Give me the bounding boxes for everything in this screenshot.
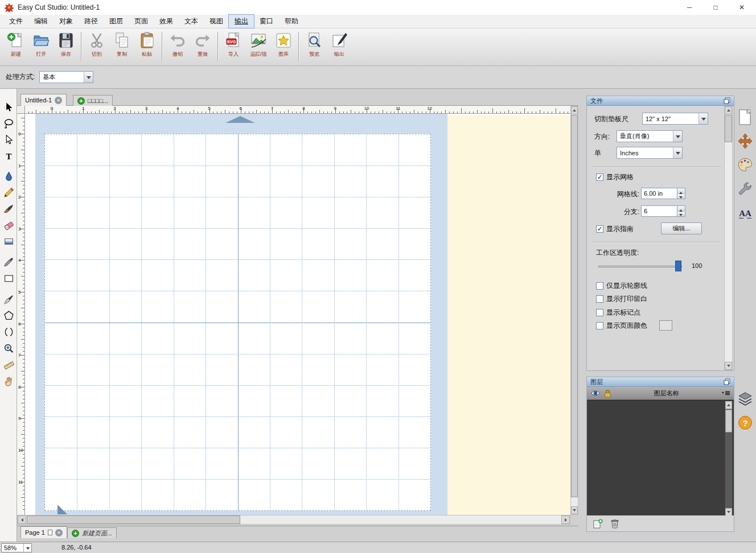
show-page-color-checkbox[interactable] bbox=[596, 322, 603, 329]
brush-tool[interactable] bbox=[1, 201, 16, 216]
gradient-tool[interactable] bbox=[1, 234, 16, 249]
page-color-swatch[interactable] bbox=[659, 320, 672, 331]
zoom-level-select[interactable]: 58% bbox=[1, 543, 32, 552]
grid-lines-spinner[interactable] bbox=[677, 188, 685, 199]
mat-size-select[interactable]: 12" x 12" bbox=[642, 113, 708, 125]
menu-file[interactable]: 文件 bbox=[3, 15, 28, 28]
fill-tool[interactable] bbox=[1, 169, 16, 184]
vertical-scroll-thumb[interactable] bbox=[571, 115, 578, 497]
document-tab-untitled[interactable]: Untitled-1 ✕ bbox=[20, 94, 67, 106]
layers-scrollbar[interactable] bbox=[725, 401, 733, 516]
measure-tool[interactable] bbox=[1, 357, 16, 372]
grid-lines-input[interactable]: 6.00 in bbox=[641, 188, 677, 199]
spin-down-icon[interactable] bbox=[677, 212, 685, 217]
help-button[interactable]: ? bbox=[736, 414, 754, 432]
output-button[interactable]: 输出 bbox=[327, 30, 352, 63]
move-panel-button[interactable] bbox=[736, 132, 754, 150]
menu-window[interactable]: 窗口 bbox=[254, 15, 279, 28]
spin-up-icon[interactable] bbox=[677, 206, 685, 212]
add-layer-icon[interactable] bbox=[593, 518, 603, 529]
subdivisions-spinner[interactable] bbox=[677, 205, 685, 217]
cut-button[interactable]: 切割 bbox=[84, 30, 109, 63]
close-tab-icon[interactable]: ✕ bbox=[55, 97, 62, 104]
direct-select-tool[interactable] bbox=[1, 132, 16, 147]
close-page-tab-icon[interactable]: ✕ bbox=[55, 529, 63, 537]
subdivisions-input[interactable]: 6 bbox=[641, 205, 677, 217]
pencil-tool[interactable] bbox=[1, 185, 16, 200]
show-guides-checkbox[interactable] bbox=[596, 225, 603, 233]
orientation-select[interactable]: 垂直(肖像) bbox=[617, 130, 683, 142]
show-outlines-checkbox[interactable] bbox=[596, 282, 603, 290]
spin-down-icon[interactable] bbox=[677, 194, 685, 199]
scroll-up-icon[interactable] bbox=[725, 401, 732, 409]
polygon-tool[interactable] bbox=[1, 308, 16, 323]
visibility-eye-icon[interactable] bbox=[590, 389, 601, 397]
open-button[interactable]: 打开 bbox=[28, 30, 54, 63]
layers-scroll-thumb[interactable] bbox=[725, 410, 732, 432]
eraser-tool[interactable] bbox=[1, 217, 16, 232]
maximize-button[interactable]: □ bbox=[702, 0, 729, 15]
save-button[interactable]: 保存 bbox=[54, 30, 79, 63]
lasso-tool[interactable] bbox=[1, 116, 16, 131]
horizontal-scroll-thumb[interactable] bbox=[27, 515, 240, 524]
new-document-tab[interactable]: + □□□□... bbox=[73, 95, 113, 106]
redo-button[interactable]: 重做 bbox=[190, 30, 215, 63]
workspace-alpha-slider[interactable] bbox=[598, 266, 682, 267]
import-button[interactable]: SVG 导入 bbox=[221, 30, 246, 63]
rectangle-tool[interactable] bbox=[1, 271, 16, 286]
scroll-down-icon[interactable] bbox=[725, 508, 732, 516]
scroll-left-icon[interactable] bbox=[18, 515, 26, 524]
knife-tool[interactable] bbox=[1, 292, 16, 307]
menu-layer[interactable]: 图层 bbox=[104, 15, 129, 28]
color-panel-button[interactable] bbox=[736, 156, 754, 174]
scroll-up-icon[interactable] bbox=[571, 106, 578, 114]
paste-button[interactable]: 粘贴 bbox=[134, 30, 159, 63]
eyedropper-tool[interactable] bbox=[1, 254, 16, 269]
minimize-button[interactable]: ─ bbox=[676, 0, 702, 15]
arc-tool[interactable] bbox=[1, 324, 16, 339]
layers-menu-icon[interactable] bbox=[721, 390, 730, 397]
text-tool[interactable]: T bbox=[1, 148, 16, 163]
menu-text[interactable]: 文本 bbox=[179, 15, 204, 28]
scroll-up-icon[interactable] bbox=[725, 106, 732, 114]
show-print-margins-checkbox[interactable] bbox=[596, 295, 603, 303]
menu-object[interactable]: 对象 bbox=[54, 15, 79, 28]
library-button[interactable]: 图库 bbox=[271, 30, 296, 63]
workspace-alpha-slider-thumb[interactable] bbox=[675, 261, 681, 271]
scroll-down-icon[interactable] bbox=[725, 362, 732, 370]
layers-list[interactable] bbox=[587, 400, 734, 515]
scroll-down-icon[interactable] bbox=[571, 506, 578, 514]
lock-icon[interactable] bbox=[604, 389, 611, 398]
trace-button[interactable]: 追踪/描 bbox=[246, 30, 271, 63]
menu-edit[interactable]: 编辑 bbox=[28, 15, 54, 28]
preview-button[interactable]: 预览 bbox=[302, 30, 327, 63]
menu-output[interactable]: 输出 bbox=[229, 15, 254, 28]
copy-button[interactable]: 复制 bbox=[109, 30, 134, 63]
pan-tool[interactable] bbox=[1, 374, 16, 389]
undo-button[interactable]: 撤销 bbox=[165, 30, 190, 63]
processing-mode-select[interactable]: 基本 bbox=[39, 71, 93, 83]
zoom-tool[interactable] bbox=[1, 341, 16, 356]
menu-help[interactable]: 帮助 bbox=[279, 15, 304, 28]
detach-panel-icon[interactable] bbox=[724, 378, 730, 385]
spin-up-icon[interactable] bbox=[677, 188, 685, 194]
fonts-panel-button[interactable]: AA bbox=[736, 204, 754, 222]
file-panel-scrollbar[interactable] bbox=[724, 106, 733, 370]
vertical-scrollbar[interactable] bbox=[570, 106, 578, 515]
menu-page[interactable]: 页面 bbox=[129, 15, 154, 28]
close-button[interactable]: ✕ bbox=[729, 0, 755, 15]
menu-view[interactable]: 视图 bbox=[204, 15, 229, 28]
new-page-tab[interactable]: + 新建页面... bbox=[67, 527, 117, 538]
delete-layer-icon[interactable] bbox=[610, 518, 620, 529]
scroll-right-icon[interactable] bbox=[561, 515, 570, 524]
show-grid-checkbox[interactable] bbox=[596, 174, 603, 181]
file-panel-scroll-thumb[interactable] bbox=[725, 115, 732, 142]
units-select[interactable]: Inches bbox=[617, 147, 683, 159]
show-reg-marks-checkbox[interactable] bbox=[596, 309, 603, 316]
canvas-viewport[interactable] bbox=[25, 114, 570, 515]
edit-guides-button[interactable]: 编辑... bbox=[661, 222, 702, 234]
new-button[interactable]: 新建 bbox=[3, 30, 28, 63]
detach-panel-icon[interactable] bbox=[724, 97, 730, 104]
layers-panel-button[interactable] bbox=[736, 390, 754, 408]
select-tool[interactable] bbox=[1, 100, 16, 114]
